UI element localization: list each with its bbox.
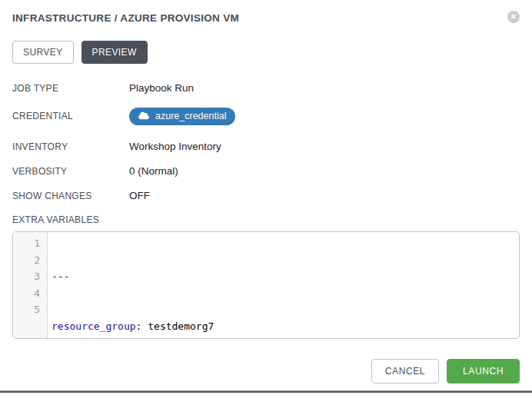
job-type-label: JOB TYPE [12, 83, 129, 94]
extra-variables-editor[interactable]: 1 2 3 4 5 --- resource_group: testdemorg… [12, 231, 520, 339]
job-type-value: Playbook Run [129, 82, 194, 94]
tab-survey[interactable]: SURVEY [12, 41, 74, 64]
yaml-value: : testdemorg7 [136, 320, 214, 332]
line-number: 2 [13, 252, 40, 269]
yaml-key: --- [52, 271, 69, 282]
modal-footer: CANCEL LAUNCH [12, 359, 520, 383]
window-bottom-edge [0, 390, 532, 393]
credential-badge[interactable]: azure_credential [129, 108, 235, 125]
detail-row-job-type: JOB TYPE Playbook Run [12, 82, 520, 94]
tab-bar: SURVEY PREVIEW [12, 41, 520, 64]
editor-code-area[interactable]: --- resource_group: testdemorg7 location… [48, 232, 519, 338]
detail-row-show-changes: SHOW CHANGES OFF [12, 190, 520, 201]
editor-line-numbers: 1 2 3 4 5 [13, 232, 48, 338]
job-details: JOB TYPE Playbook Run CREDENTIAL azure_c… [12, 82, 520, 201]
detail-row-inventory: INVENTORY Workshop Inventory [12, 141, 520, 152]
show-changes-value: OFF [129, 190, 150, 201]
inventory-value: Workshop Inventory [129, 141, 221, 152]
credential-badge-label: azure_credential [155, 111, 226, 121]
cancel-button[interactable]: CANCEL [371, 359, 439, 383]
inventory-label: INVENTORY [12, 141, 129, 152]
line-number: 5 [13, 301, 40, 318]
close-icon[interactable]: ✕ [507, 11, 520, 23]
show-changes-label: SHOW CHANGES [12, 191, 129, 201]
detail-row-credential: CREDENTIAL azure_credential [12, 107, 520, 125]
extra-variables-label: EXTRA VARIABLES [12, 214, 520, 225]
yaml-key: resource_group [52, 320, 136, 332]
code-line: resource_group: testdemorg7 [52, 318, 519, 335]
modal-header: INFRASTRUCTURE / AZURE PROVISION VM ✕ [12, 11, 520, 24]
line-number: 1 [13, 235, 40, 252]
cloud-icon [138, 111, 149, 120]
page-title: INFRASTRUCTURE / AZURE PROVISION VM [12, 11, 239, 24]
line-number: 4 [13, 285, 40, 302]
detail-row-verbosity: VERBOSITY 0 (Normal) [12, 165, 520, 177]
tab-preview[interactable]: PREVIEW [81, 41, 148, 64]
credential-label: CREDENTIAL [12, 111, 129, 121]
job-launch-preview-modal: INFRASTRUCTURE / AZURE PROVISION VM ✕ SU… [0, 0, 532, 395]
launch-button[interactable]: LAUNCH [447, 359, 520, 383]
verbosity-label: VERBOSITY [12, 166, 129, 177]
verbosity-value: 0 (Normal) [129, 165, 178, 177]
line-number: 3 [13, 268, 40, 285]
code-line: --- [52, 268, 519, 285]
